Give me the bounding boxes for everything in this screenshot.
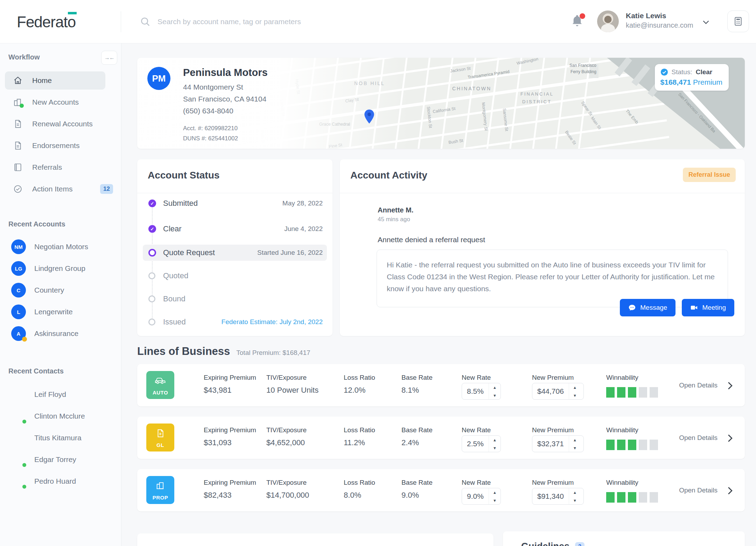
stepper-down-icon[interactable]: ▼ bbox=[489, 444, 500, 452]
contact-list-item[interactable]: Clinton Mcclure bbox=[0, 405, 121, 427]
map-pin-icon[interactable] bbox=[364, 110, 374, 124]
open-details-button[interactable]: Open Details bbox=[679, 433, 733, 442]
col-label: Expiring Premium bbox=[204, 374, 256, 382]
sidebar-item-referrals[interactable]: Referrals bbox=[0, 156, 121, 178]
message-button[interactable]: Message bbox=[620, 299, 676, 316]
prop-line-tile: PROP bbox=[146, 476, 174, 504]
status-step-clear[interactable]: Clear June 4, 2022 bbox=[137, 221, 332, 237]
loss-ratio-value: 11.2% bbox=[344, 438, 365, 447]
sidebar-item-home[interactable]: Home bbox=[5, 71, 105, 90]
loss-ratio-value: 12.0% bbox=[344, 386, 365, 395]
meeting-button[interactable]: Meeting bbox=[682, 299, 734, 316]
guidelines-count-badge: 2 bbox=[575, 542, 584, 546]
new-rate-stepper[interactable]: 8.5%▲▼ bbox=[462, 383, 501, 400]
open-details-button[interactable]: Open Details bbox=[679, 381, 733, 390]
status-step-quote-request[interactable]: Quote Request Started June 16, 2022 bbox=[137, 245, 332, 261]
status-step-submitted[interactable]: Submitted May 28, 2022 bbox=[137, 195, 332, 211]
federato-estimate: Federato Estimate: July 2nd, 2022 bbox=[222, 318, 323, 326]
map-district-label: CHINATOWN bbox=[452, 86, 491, 91]
status-label: Status: bbox=[672, 68, 692, 76]
contact-list-item[interactable]: Leif Floyd bbox=[0, 384, 121, 405]
new-premium-stepper[interactable]: $44,706▲▼ bbox=[532, 383, 584, 400]
chevron-down-icon[interactable] bbox=[701, 18, 710, 27]
stepper-down-icon[interactable]: ▼ bbox=[569, 496, 581, 504]
sidebar-collapse-button[interactable]: →← bbox=[101, 51, 117, 65]
premium-word: Premium bbox=[693, 78, 722, 86]
col-label: TIV/Exposure bbox=[266, 479, 307, 486]
recent-accounts-label: Recent Accounts bbox=[0, 220, 74, 228]
account-list-item[interactable]: A Askinsurance bbox=[0, 323, 121, 344]
step-todo-icon bbox=[148, 272, 155, 279]
stepper-up-icon[interactable]: ▲ bbox=[569, 383, 581, 391]
building-icon bbox=[155, 481, 165, 490]
contact-list-item[interactable]: Titus Kitamura bbox=[0, 427, 121, 449]
sidebar-item-renewal-accounts[interactable]: Renewal Accounts bbox=[0, 113, 121, 135]
document-icon bbox=[156, 428, 165, 439]
top-header: Federato Katie Lewis katie@insurance.com bbox=[0, 0, 756, 43]
account-list-item[interactable]: LG Lindgren Group bbox=[0, 258, 121, 279]
stepper-down-icon[interactable]: ▼ bbox=[569, 444, 581, 452]
main-content: NOB HILL CHINATOWN FINANCIAL DISTRICT Ja… bbox=[121, 43, 756, 546]
stepper-up-icon[interactable]: ▲ bbox=[489, 488, 500, 496]
total-premium: Total Premium: $168,417 bbox=[236, 349, 310, 357]
account-avatar: L bbox=[11, 304, 26, 319]
notification-bell-icon[interactable] bbox=[570, 14, 586, 29]
base-rate-value: 2.4% bbox=[401, 438, 419, 447]
company-name: Peninsula Motors bbox=[183, 67, 268, 78]
action-items-count-badge: 12 bbox=[100, 184, 113, 194]
sidebar-item-new-accounts[interactable]: New Accounts bbox=[0, 91, 121, 113]
new-premium-stepper[interactable]: $32,371▲▼ bbox=[532, 435, 584, 452]
check-badge-icon bbox=[660, 68, 668, 76]
account-name: Lindgren Group bbox=[34, 264, 85, 273]
contact-list-item[interactable]: Edgar Torrey bbox=[0, 449, 121, 470]
col-label: New Rate bbox=[462, 374, 491, 382]
new-rate-stepper[interactable]: 9.0%▲▼ bbox=[462, 488, 501, 505]
sidebar-item-label: Home bbox=[32, 76, 52, 85]
new-rate-stepper[interactable]: 2.5%▲▼ bbox=[462, 435, 501, 452]
workflow-section-label: Workflow bbox=[0, 53, 48, 61]
col-label: Winnability bbox=[606, 479, 638, 486]
stepper-down-icon[interactable]: ▼ bbox=[489, 496, 500, 504]
step-done-icon bbox=[148, 200, 156, 207]
status-value: Clear bbox=[696, 68, 713, 76]
status-chip: Status: Clear $168,471 Premium bbox=[655, 64, 729, 91]
tiv-value: $14,700,000 bbox=[266, 491, 309, 500]
account-number: Acct. #: 6209982210 bbox=[183, 125, 238, 132]
check-circle-icon bbox=[13, 184, 22, 194]
user-name: Katie Lewis bbox=[626, 12, 693, 20]
col-label: Winnability bbox=[606, 426, 638, 434]
open-details-button[interactable]: Open Details bbox=[679, 486, 733, 495]
status-step-quoted[interactable]: Quoted bbox=[137, 268, 332, 284]
new-premium-stepper[interactable]: $91,340▲▼ bbox=[532, 488, 584, 505]
user-avatar[interactable] bbox=[597, 10, 619, 32]
sidebar-item-action-items[interactable]: Action Items 12 bbox=[0, 178, 121, 200]
account-list-item[interactable]: NM Negotian Motors bbox=[0, 236, 121, 258]
col-label: Loss Ratio bbox=[344, 374, 375, 382]
contact-name: Clinton Mcclure bbox=[34, 412, 85, 420]
stepper-up-icon[interactable]: ▲ bbox=[489, 383, 500, 391]
stepper-up-icon[interactable]: ▲ bbox=[569, 488, 581, 496]
federato-logo: Federato bbox=[17, 13, 76, 31]
stepper-up-icon[interactable]: ▲ bbox=[569, 436, 581, 444]
search-input[interactable] bbox=[158, 18, 430, 26]
account-list-item[interactable]: C Countery bbox=[0, 279, 121, 301]
sidebar-item-endorsements[interactable]: Endorsements bbox=[0, 135, 121, 156]
account-name: Askinsurance bbox=[34, 329, 78, 338]
col-label: New Premium bbox=[532, 426, 574, 434]
account-name: Countery bbox=[34, 286, 64, 294]
col-label: Base Rate bbox=[401, 374, 433, 382]
calculator-button[interactable] bbox=[727, 10, 749, 32]
gl-line-tile: GL bbox=[146, 424, 174, 451]
referral-issue-badge: Referral Issue bbox=[683, 168, 736, 182]
stepper-up-icon[interactable]: ▲ bbox=[489, 436, 500, 444]
sidebar-item-label: Endorsements bbox=[32, 141, 79, 150]
contact-name: Leif Floyd bbox=[34, 390, 66, 399]
status-step-bound[interactable]: Bound bbox=[137, 291, 332, 307]
stepper-down-icon[interactable]: ▼ bbox=[569, 391, 581, 399]
status-step-issued[interactable]: Issued Federato Estimate: July 2nd, 2022 bbox=[137, 314, 332, 330]
stepper-down-icon[interactable]: ▼ bbox=[489, 391, 500, 399]
contact-list-item[interactable]: Pedro Huard bbox=[0, 470, 121, 492]
account-list-item[interactable]: L Lengerwrite bbox=[0, 301, 121, 323]
company-address-line1: 44 Montgomery St bbox=[183, 83, 243, 91]
col-label: Base Rate bbox=[401, 426, 433, 434]
